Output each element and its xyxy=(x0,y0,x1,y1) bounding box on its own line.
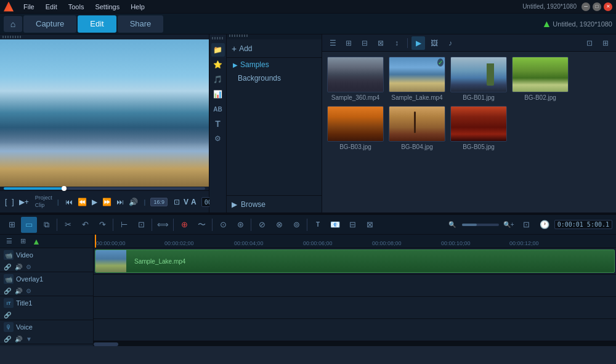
track-overlay-lock-icon[interactable]: ⚙ xyxy=(26,288,31,294)
tl-stabilize-button[interactable]: ⊛ xyxy=(232,217,248,233)
thumb-bgb04[interactable]: BG-B04.jpg xyxy=(389,106,445,150)
scrubber-handle[interactable] xyxy=(62,186,67,191)
track-voice-icon[interactable]: 🎙 xyxy=(4,322,14,332)
v-button[interactable]: V xyxy=(184,198,188,206)
track-title-icon[interactable]: iT xyxy=(4,298,14,308)
zoom-slider[interactable] xyxy=(462,224,499,226)
track-camera-icon[interactable]: 📹 xyxy=(4,250,14,260)
tl-audio2-button[interactable]: 📧 xyxy=(327,217,343,233)
mark-out-button[interactable]: ] xyxy=(10,196,15,208)
tl-copy-button[interactable]: ⧉ xyxy=(38,217,54,233)
view-list-button[interactable]: ☰ xyxy=(326,36,339,50)
tl-audio-button[interactable]: 〜 xyxy=(193,217,209,233)
tab-capture[interactable]: Capture xyxy=(23,15,76,33)
resize-button[interactable]: ⊡ xyxy=(172,196,181,208)
a-button[interactable]: A xyxy=(191,198,197,206)
thumb-samplelake[interactable]: ✓ Sample_Lake.mp4 xyxy=(389,57,445,101)
track-voice-chevron-icon[interactable]: ▼ xyxy=(26,336,32,342)
tl-redo-button[interactable]: ↷ xyxy=(94,217,110,233)
view-details-button[interactable]: ⊞ xyxy=(342,36,355,50)
prev-frame-button[interactable]: ⏪ xyxy=(76,196,88,208)
tab-edit[interactable]: Edit xyxy=(78,15,116,33)
menu-help[interactable]: Help xyxy=(126,2,150,12)
track-voice-audio-icon[interactable]: 🔊 xyxy=(15,336,22,342)
thumb-bgb05[interactable]: BG-B05.jpg xyxy=(450,106,507,150)
view-medium-button[interactable]: ⊠ xyxy=(374,36,387,50)
sidebar-media-button[interactable]: 📁 xyxy=(211,43,225,57)
close-button[interactable]: ✕ xyxy=(604,2,612,11)
sidebar-titles-button[interactable]: T xyxy=(211,117,225,131)
clock-icon[interactable]: 🕐 xyxy=(537,217,553,233)
sidebar-transitions-button[interactable]: ⭐ xyxy=(211,58,225,71)
track-settings-button[interactable]: ⊞ xyxy=(17,236,28,247)
video-clip[interactable]: Sample_Lake.mp4 xyxy=(95,249,615,273)
tl-export-button[interactable]: ⊟ xyxy=(344,217,360,233)
minimize-button[interactable]: ─ xyxy=(582,2,590,11)
maximize-button[interactable]: □ xyxy=(593,2,601,11)
thumb-bgb03[interactable]: BG-B03.jpg xyxy=(327,106,384,150)
scrubber-track[interactable] xyxy=(4,187,205,190)
track-overlay-camera-icon[interactable]: 📹 xyxy=(4,274,14,284)
tl-transition-button[interactable]: ⊕ xyxy=(176,217,192,233)
tl-photo-button[interactable]: ⊡ xyxy=(133,217,149,233)
tl-trim-button[interactable]: ⊢ xyxy=(116,217,132,233)
view-toggle-1[interactable]: ⊡ xyxy=(583,36,596,50)
timeline-scrollbar[interactable] xyxy=(94,341,616,346)
track-title-link-icon[interactable]: 🔗 xyxy=(4,312,11,318)
tl-undo-button[interactable]: ↶ xyxy=(77,217,93,233)
menu-edit[interactable]: Edit xyxy=(41,2,62,12)
zoom-in-icon[interactable]: 🔍+ xyxy=(501,217,517,233)
track-video-link-icon[interactable]: 🔗 xyxy=(4,264,11,270)
sort-button[interactable]: ↕ xyxy=(390,36,403,50)
track-color-button[interactable]: ▲ xyxy=(31,236,42,247)
tl-color-button[interactable]: ⊘ xyxy=(254,217,270,233)
menu-file[interactable]: File xyxy=(18,2,39,12)
tl-clip-button[interactable]: ▭ xyxy=(21,217,37,233)
sidebar-effects-button[interactable]: 📊 xyxy=(211,87,225,101)
skip-end-button[interactable]: ⏭ xyxy=(115,196,125,208)
scrubber-bar[interactable] xyxy=(0,187,209,190)
add-track-button[interactable]: ☰ xyxy=(4,236,15,247)
tl-cut-button[interactable]: ✂ xyxy=(60,217,76,233)
thumb-bgb02[interactable]: BG-B02.jpg xyxy=(512,57,569,101)
skip-start-button[interactable]: ⏮ xyxy=(64,196,74,208)
thumb-bgb01[interactable]: BG-B01.jpg xyxy=(450,57,507,101)
track-voice-link-icon[interactable]: 🔗 xyxy=(4,336,11,342)
view-toggle-2[interactable]: ⊞ xyxy=(599,36,612,50)
filter-photo-button[interactable]: 🖼 xyxy=(428,36,441,50)
next-frame-button[interactable]: ⏩ xyxy=(101,196,113,208)
tl-speed-button[interactable]: ⊙ xyxy=(215,217,231,233)
zoom-fit-icon[interactable]: ⊡ xyxy=(519,217,535,233)
sidebar-more-button[interactable]: ⚙ xyxy=(211,132,225,145)
tab-share[interactable]: Share xyxy=(118,15,164,33)
tl-share-button[interactable]: ⊠ xyxy=(362,217,378,233)
menu-settings[interactable]: Settings xyxy=(90,2,124,12)
aspect-ratio-selector[interactable]: 16:9 xyxy=(150,198,168,206)
tl-mosaic-button[interactable]: ⊗ xyxy=(271,217,287,233)
volume-button[interactable]: 🔊 xyxy=(128,196,139,208)
add-button[interactable]: + Add xyxy=(227,39,322,58)
track-video-lock-icon[interactable]: ⚙ xyxy=(26,264,31,270)
filter-audio-button[interactable]: ♪ xyxy=(444,36,457,50)
menu-tools[interactable]: Tools xyxy=(63,2,89,12)
home-button[interactable]: ⌂ xyxy=(4,16,22,32)
scrollbar-thumb[interactable] xyxy=(94,342,118,346)
add-to-timeline-button[interactable]: ▶+ xyxy=(18,196,30,208)
sidebar-audio-button[interactable]: 🎵 xyxy=(211,73,225,86)
sidebar-text-button[interactable]: AB xyxy=(211,102,225,116)
play-button[interactable]: ▶ xyxy=(91,196,99,208)
tl-text-button[interactable]: T xyxy=(310,217,326,233)
upload-button[interactable]: ▲ xyxy=(542,18,552,30)
tree-item-samples[interactable]: ▶ Samples xyxy=(227,58,322,71)
zoom-out-icon[interactable]: 🔍 xyxy=(444,217,460,233)
track-video-audio-icon[interactable]: 🔊 xyxy=(15,264,22,270)
view-large-button[interactable]: ⊟ xyxy=(358,36,371,50)
track-overlay-audio-icon[interactable]: 🔊 xyxy=(15,288,22,294)
tree-item-backgrounds[interactable]: Backgrounds xyxy=(227,71,322,85)
mark-in-button[interactable]: [ xyxy=(4,196,8,208)
tl-green-screen-button[interactable]: ⊚ xyxy=(288,217,304,233)
browse-button[interactable]: ▶ Browse xyxy=(227,195,322,212)
thumb-sample360[interactable]: Sample_360.mp4 xyxy=(327,57,384,101)
tl-grid-button[interactable]: ⊞ xyxy=(4,217,20,233)
tl-split-button[interactable]: ⟺ xyxy=(155,217,171,233)
